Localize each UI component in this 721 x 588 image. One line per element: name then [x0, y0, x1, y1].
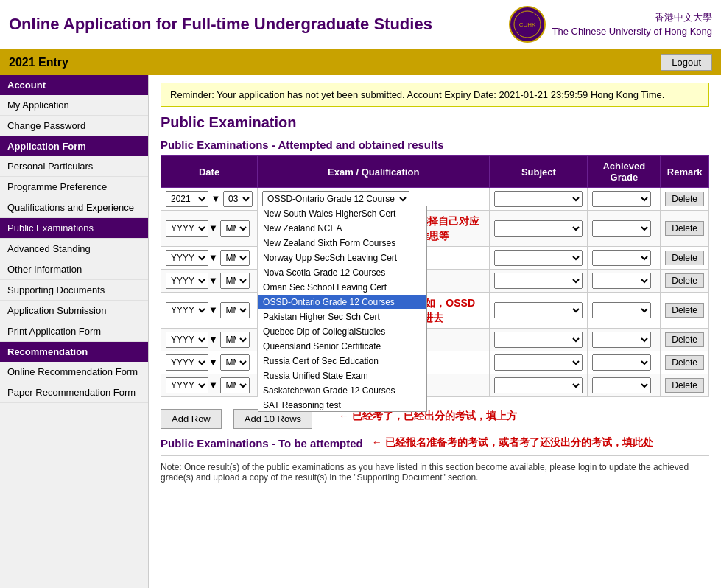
table-row: YYYY▼ MM Delete — [161, 270, 709, 293]
year-select[interactable]: YYYY — [166, 354, 208, 371]
sidebar-item-supporting-documents[interactable]: Supporting Documents — [0, 280, 148, 301]
reminder-banner: Reminder: Your application has not yet b… — [161, 83, 709, 107]
delete-button[interactable]: Delete — [665, 332, 704, 347]
year-select[interactable]: YYYY — [166, 220, 208, 237]
date-cell: YYYY▼ MM — [161, 374, 258, 397]
section-title: Public Examination — [161, 114, 709, 131]
delete-button[interactable]: Delete — [665, 273, 704, 288]
dd-item-selected[interactable]: OSSD-Ontario Grade 12 Courses — [258, 295, 426, 309]
dd-item[interactable]: Nova Scotia Grade 12 Courses — [258, 265, 426, 280]
dd-item[interactable]: Quebec Dip of CollegialStudies — [258, 324, 426, 339]
subject-cell — [490, 329, 588, 351]
year-select[interactable]: 2021 — [166, 191, 208, 207]
sidebar-item-public-examinations[interactable]: Public Examinations — [0, 218, 148, 239]
delete-button[interactable]: Delete — [665, 378, 704, 393]
dd-item[interactable]: Pakistan Higher Sec Sch Cert — [258, 309, 426, 324]
sidebar-item-programme-preference[interactable]: Programme Preference — [0, 177, 148, 197]
dd-item[interactable]: Saskatchewan Grade 12 Courses — [258, 383, 426, 398]
add-row-button[interactable]: Add Row — [161, 409, 222, 429]
month-select[interactable]: MM — [220, 354, 250, 371]
sidebar-item-change-password[interactable]: Change Password — [0, 116, 148, 136]
sidebar-item-personal-particulars[interactable]: Personal Particulars — [0, 156, 148, 177]
grade-cell — [588, 247, 661, 270]
subsection-attempted-title: Public Examinations - Attempted and obta… — [161, 139, 709, 151]
year-select[interactable]: YYYY — [166, 377, 208, 393]
year-select[interactable]: YYYY — [166, 250, 208, 266]
delete-button[interactable]: Delete — [665, 303, 704, 318]
exam-table-attempted: Date Exam / Qualification Subject Achiev… — [161, 155, 709, 397]
dd-item[interactable]: Norway Upp SecSch Leaving Cert — [258, 251, 426, 265]
sidebar-item-advanced-standing[interactable]: Advanced Standing — [0, 239, 148, 259]
logout-button[interactable]: Logout — [661, 54, 712, 71]
month-select[interactable]: MM — [220, 273, 250, 289]
date-cell: YYYY▼ MM — [161, 293, 258, 329]
subject-select[interactable] — [494, 220, 583, 237]
sidebar-item-paper-recommendation-form[interactable]: Paper Recommendation Form — [0, 382, 148, 403]
grade-select[interactable] — [592, 302, 651, 318]
grade-cell — [588, 293, 661, 329]
grade-cell — [588, 211, 661, 247]
month-select[interactable]: MM — [220, 302, 250, 318]
dd-item[interactable]: New Zealand Sixth Form Courses — [258, 236, 426, 251]
month-select[interactable]: MM — [220, 377, 250, 393]
year-select[interactable]: YYYY — [166, 273, 208, 289]
subject-cell — [490, 211, 588, 247]
subject-select[interactable] — [494, 377, 583, 393]
add-10-rows-button[interactable]: Add 10 Rows — [233, 409, 312, 429]
delete-button[interactable]: Delete — [665, 251, 704, 265]
dd-item[interactable]: Queensland Senior Certificate — [258, 339, 426, 354]
exam-dropdown[interactable]: OSSD-Ontario Grade 12 Courses — [262, 191, 409, 207]
grade-select[interactable] — [592, 377, 651, 393]
dd-item[interactable]: Russia Cert of Sec Education — [258, 354, 426, 368]
grade-select[interactable] — [592, 191, 651, 207]
year-bar-title: 2021 Entry — [9, 56, 68, 69]
dd-item[interactable]: SAT Reasoning test — [258, 398, 426, 412]
sidebar-item-print-application-form[interactable]: Print Application Form — [0, 321, 148, 342]
grade-cell — [588, 329, 661, 351]
grade-select[interactable] — [592, 332, 651, 348]
month-select[interactable]: MM — [220, 250, 250, 266]
col-date: Date — [161, 156, 258, 188]
annotation-4: ← 已经报名准备考的考试，或者考了还没出分的考试，填此处 — [372, 436, 653, 449]
sidebar-item-application-submission[interactable]: Application Submission — [0, 301, 148, 321]
subject-select[interactable] — [494, 250, 583, 266]
month-select[interactable]: MM — [220, 220, 250, 237]
date-cell: YYYY▼ MM — [161, 211, 258, 247]
subject-cell — [490, 293, 588, 329]
sidebar-item-my-application[interactable]: My Application — [0, 95, 148, 116]
grade-cell — [588, 270, 661, 293]
delete-button[interactable]: Delete — [665, 192, 704, 206]
grade-select[interactable] — [592, 273, 651, 289]
col-exam: Exam / Qualification — [258, 156, 490, 188]
dd-item[interactable]: Russia Unified State Exam — [258, 368, 426, 383]
col-grade: Achieved Grade — [588, 156, 661, 188]
grade-select[interactable] — [592, 220, 651, 237]
main-layout: Account My Application Change Password A… — [0, 75, 721, 588]
subject-cell — [490, 247, 588, 270]
year-select[interactable]: YYYY — [166, 332, 208, 348]
subject-select[interactable] — [494, 354, 583, 371]
header: Online Application for Full-time Undergr… — [0, 0, 721, 49]
table-row: YYYY▼ MM 选择自己对应的考试，比如OSSD，SAT，AP，雅思等 Del… — [161, 211, 709, 247]
dd-item[interactable]: Oman Sec School Leaving Cert — [258, 280, 426, 295]
subject-select[interactable] — [494, 273, 583, 289]
dd-item[interactable]: New Zealand NCEA — [258, 221, 426, 236]
subject-select[interactable] — [494, 191, 583, 207]
month-select[interactable]: 03 — [223, 191, 253, 207]
sidebar-item-other-information[interactable]: Other Information — [0, 259, 148, 280]
sidebar-item-qualifications-experience[interactable]: Qualifications and Experience — [0, 197, 148, 218]
grade-cell — [588, 351, 661, 374]
month-select[interactable]: MM — [220, 332, 250, 348]
sidebar-item-online-recommendation-form[interactable]: Online Recommendation Form — [0, 362, 148, 382]
dropdown-list-open[interactable]: New South Wales HigherSch Cert New Zeala… — [258, 206, 427, 412]
grade-select[interactable] — [592, 250, 651, 266]
delete-button[interactable]: Delete — [665, 221, 704, 236]
delete-button[interactable]: Delete — [665, 355, 704, 370]
date-cell: 2021 ▼ 03 — [161, 188, 258, 211]
grade-select[interactable] — [592, 354, 651, 371]
subject-select[interactable] — [494, 302, 583, 318]
subject-select[interactable] — [494, 332, 583, 348]
dd-item[interactable]: New South Wales HigherSch Cert — [258, 206, 426, 221]
year-select[interactable]: YYYY — [166, 302, 208, 318]
sidebar-account-header: Account — [0, 75, 148, 95]
